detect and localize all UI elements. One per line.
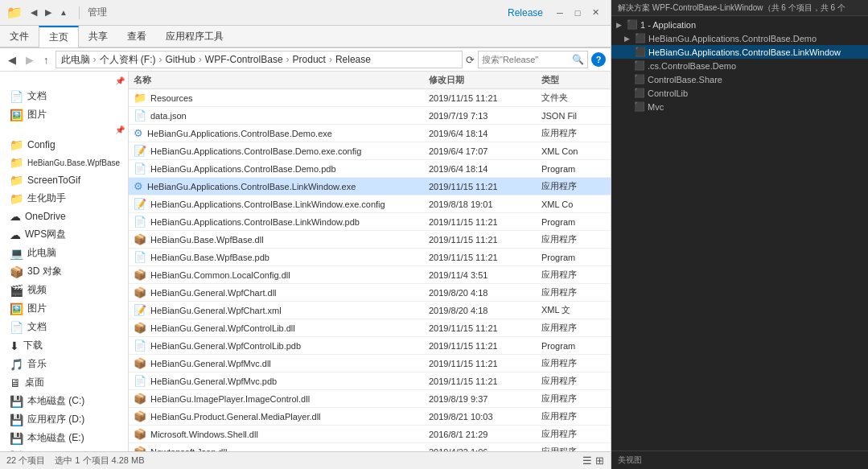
file-row[interactable]: 📄 HeBianGu.Applications.ControlBase.Demo… [129, 160, 611, 178]
file-row[interactable]: 📦 HeBianGu.Common.LocalConfig.dll 2019/1… [129, 266, 611, 284]
search-box: 🔍 [478, 51, 588, 68]
path-product[interactable]: Product [293, 54, 326, 65]
file-name: HeBianGu.General.WpfControlLib.pdb [150, 341, 301, 351]
sidebar-label: Config [27, 139, 56, 150]
file-name: HeBianGu.ImagePlayer.ImageControl.dll [150, 394, 310, 404]
forward-button[interactable]: ▶ [23, 52, 37, 68]
file-row[interactable]: 📦 HeBianGu.General.WpfChart.dll 2019/8/2… [129, 284, 611, 302]
sidebar-item-thispc[interactable]: 💻 此电脑 [0, 244, 128, 262]
sidebar-item-video[interactable]: 🎬 视频 [0, 281, 128, 299]
path-thispc[interactable]: 此电脑 [61, 53, 90, 67]
info-button[interactable]: ? [591, 52, 606, 67]
file-row[interactable]: 📁 Resources 2019/11/15 11:21 文件夹 [129, 89, 611, 107]
sidebar-item-documents[interactable]: 📄 文档 [0, 87, 128, 105]
sidebar-item-drive-d[interactable]: 💾 应用程序 (D:) [0, 410, 128, 429]
file-row[interactable]: 📦 Microsoft.Windows.Shell.dll 2016/8/1 2… [129, 426, 611, 443]
tree-item-controlbasedemo[interactable]: ⬛ .cs.ControlBase.Demo [611, 59, 868, 72]
file-row[interactable]: 📦 HeBianGu.Product.General.MediaPlayer.d… [129, 408, 611, 426]
tree-label: HeBianGu.Applications.ControlBase.LinkWi… [648, 47, 841, 57]
folder-icon: 📁 [10, 156, 23, 169]
folder-icon: 📁 [10, 174, 23, 187]
arrow-icon: ▶ [624, 35, 632, 43]
sidebar-item-drive-e[interactable]: 💾 本地磁盘 (E:) [0, 429, 128, 447]
file-row[interactable]: 📝 HeBianGu.Applications.ControlBase.Link… [129, 195, 611, 213]
address-path[interactable]: 此电脑 › 个人资料 (F:) › GitHub › WPF-ControlBa… [56, 51, 463, 68]
file-icon: 📦 [134, 269, 146, 281]
search-input[interactable] [482, 55, 570, 64]
sidebar-item-biohelper[interactable]: 📁 生化助手 [0, 189, 128, 208]
file-row[interactable]: 📦 HeBianGu.General.WpfControlLib.dll 201… [129, 319, 611, 337]
file-row[interactable]: 📝 HeBianGu.General.WpfChart.xml 2019/8/2… [129, 302, 611, 319]
close-button[interactable]: ✕ [586, 4, 604, 22]
sidebar-item-desktop[interactable]: 🖥 桌面 [0, 373, 128, 392]
path-wpf[interactable]: WPF-ControlBase [205, 54, 283, 65]
tree-item-controllib[interactable]: ⬛ ControlLib [611, 86, 868, 100]
refresh-button[interactable]: ⟳ [466, 54, 475, 66]
col-type[interactable]: 类型 [541, 74, 606, 86]
sidebar-item-wps[interactable]: ☁ WPS网盘 [0, 225, 128, 244]
file-row[interactable]: 📄 HeBianGu.Applications.ControlBase.Link… [129, 213, 611, 231]
file-type: Program [541, 164, 606, 174]
release-label: Release [508, 7, 543, 19]
maximize-button[interactable]: □ [569, 4, 586, 22]
sidebar-item-hebianguwpfbase[interactable]: 📁 HeBianGu.Base.WpfBase [0, 154, 128, 171]
view-grid-button[interactable]: ⊞ [595, 455, 604, 467]
sidebar-item-config[interactable]: 📁 Config [0, 136, 128, 154]
tree-item-linkwindow[interactable]: ⬛ HeBianGu.Applications.ControlBase.Link… [611, 45, 868, 59]
file-row[interactable]: 📄 data.json 2019/7/19 7:13 JSON Fil [129, 107, 611, 125]
sidebar-item-downloads[interactable]: ⬇ 下载 [0, 336, 128, 355]
file-type: JSON Fil [541, 111, 606, 121]
view-list-button[interactable]: ☰ [582, 455, 592, 467]
tab-share[interactable]: 共享 [79, 26, 117, 47]
tab-app-tools[interactable]: 应用程序工具 [156, 26, 233, 47]
sidebar-item-music[interactable]: 🎵 音乐 [0, 355, 128, 373]
file-icon: 📄 [134, 109, 146, 121]
file-name-cell: 📦 HeBianGu.Product.General.MediaPlayer.d… [134, 410, 429, 422]
file-modified: 2019/8/19 9:37 [429, 394, 541, 404]
tree-item-app[interactable]: ▶ ⬛ 1 - Application [611, 18, 868, 31]
file-icon: 📝 [134, 198, 146, 210]
tree-item-controlbaseshare[interactable]: ⬛ ControlBase.Share [611, 72, 868, 86]
col-name[interactable]: 名称 [134, 74, 429, 86]
file-row[interactable]: 📄 HeBianGu.General.WpfMvc.pdb 2019/11/15… [129, 372, 611, 390]
col-modified[interactable]: 修改日期 [429, 74, 541, 86]
tab-file[interactable]: 文件 [0, 26, 39, 47]
up-button[interactable]: ↑ [40, 52, 52, 68]
search-icon: 🔍 [572, 54, 584, 65]
sidebar-item-3d[interactable]: 📦 3D 对象 [0, 262, 128, 281]
sidebar-item-drive-c[interactable]: 💾 本地磁盘 (C:) [0, 392, 128, 410]
path-personal[interactable]: 个人资料 (F:) [100, 53, 156, 67]
tab-view[interactable]: 查看 [117, 26, 156, 47]
path-github[interactable]: GitHub [166, 54, 195, 65]
file-name: HeBianGu.General.WpfControlLib.dll [150, 323, 295, 333]
nav-back-button[interactable]: ◀ [27, 6, 40, 19]
tab-home[interactable]: 主页 [39, 26, 79, 47]
file-row[interactable]: 📄 HeBianGu.Base.WpfBase.pdb 2019/11/15 1… [129, 249, 611, 266]
file-row[interactable]: 📦 HeBianGu.General.WpfMvc.dll 2019/11/15… [129, 355, 611, 372]
file-row[interactable]: ⚙ HeBianGu.Applications.ControlBase.Link… [129, 178, 611, 195]
minimize-button[interactable]: ─ [551, 4, 569, 22]
sidebar-item-onedrive[interactable]: ☁ OneDrive [0, 208, 128, 225]
file-row[interactable]: 📦 Newtonsoft.Json.dll 2019/4/22 1:06 应用程… [129, 443, 611, 451]
file-row[interactable]: ⚙ HeBianGu.Applications.ControlBase.Demo… [129, 125, 611, 142]
sidebar-item-pictures[interactable]: 🖼️ 图片 [0, 105, 128, 124]
tree-item-demo[interactable]: ▶ ⬛ HeBianGu.Applications.ControlBase.De… [611, 31, 868, 45]
sidebar-label: 下载 [23, 339, 43, 352]
back-button[interactable]: ◀ [5, 52, 19, 68]
sidebar-item-images[interactable]: 🖼️ 图片 [0, 299, 128, 318]
tree-label: .cs.ControlBase.Demo [648, 61, 736, 71]
sidebar-item-screentogif[interactable]: 📁 ScreenToGif [0, 171, 128, 189]
nav-up-button[interactable]: ▲ [56, 6, 71, 19]
path-release[interactable]: Release [335, 54, 371, 65]
file-name-cell: 📄 data.json [134, 109, 429, 121]
file-row[interactable]: 📄 HeBianGu.General.WpfControlLib.pdb 201… [129, 337, 611, 355]
file-row[interactable]: 📝 HeBianGu.Applications.ControlBase.Demo… [129, 142, 611, 160]
file-icon: 📄 [134, 216, 146, 228]
mvc-view-label: 美视图 [618, 455, 642, 464]
file-row[interactable]: 📦 HeBianGu.Base.WpfBase.dll 2019/11/15 1… [129, 231, 611, 249]
sidebar-item-docs[interactable]: 📄 文档 [0, 318, 128, 336]
file-modified: 2019/11/15 11:21 [429, 217, 541, 227]
file-row[interactable]: 📦 HeBianGu.ImagePlayer.ImageControl.dll … [129, 390, 611, 408]
tree-item-mvc[interactable]: ⬛ Mvc [611, 100, 868, 113]
nav-forward-button[interactable]: ▶ [42, 6, 55, 19]
